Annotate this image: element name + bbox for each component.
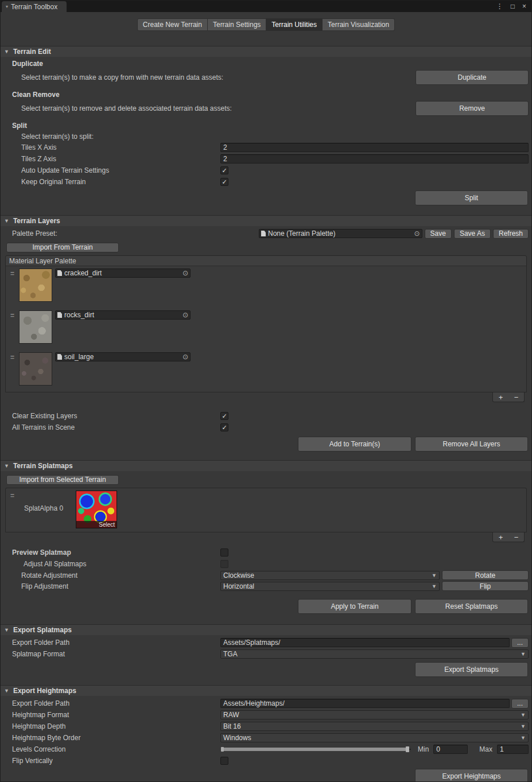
layer-objectfield[interactable]: cracked_dirt ⊙: [55, 269, 191, 278]
foldout-icon[interactable]: ▼: [4, 49, 9, 55]
foldout-icon[interactable]: ▼: [4, 463, 9, 469]
heightmap-byte-order-dropdown[interactable]: Windows ▼: [220, 733, 529, 742]
flip-adjustment-dropdown[interactable]: Horizontal ▼: [220, 582, 440, 591]
asset-icon: [57, 270, 62, 276]
layer-objectfield[interactable]: soil_large ⊙: [55, 352, 191, 361]
preview-splatmap-checkbox[interactable]: [220, 548, 228, 557]
splat-row[interactable]: = SplatAlpha 0 Select: [6, 488, 526, 532]
drag-handle[interactable]: =: [10, 353, 14, 361]
layer-thumbnail[interactable]: [19, 269, 52, 302]
duplicate-description: Select terrain(s) to make a copy from wi…: [21, 73, 415, 81]
split-button[interactable]: Split: [415, 190, 528, 205]
splatmap-select-button[interactable]: Select: [76, 521, 117, 528]
layer-objectfield[interactable]: rocks_dirt ⊙: [55, 310, 191, 320]
window-close-icon[interactable]: ×: [522, 2, 526, 10]
duplicate-subtitle: Duplicate: [12, 60, 43, 68]
heightmap-depth-dropdown[interactable]: Bit 16 ▼: [220, 722, 529, 731]
tiles-z-input[interactable]: 2: [220, 154, 529, 164]
tab-terrain-visualization[interactable]: Terrain Visualization: [323, 18, 395, 31]
tiles-z-label: Tiles Z Axis: [12, 155, 220, 163]
export-heightmaps-button[interactable]: Export Heightmaps: [415, 769, 528, 782]
auto-update-checkbox[interactable]: ✓: [220, 166, 228, 174]
object-picker-icon[interactable]: ⊙: [182, 353, 188, 360]
save-as-button[interactable]: Save As: [454, 229, 491, 239]
layer-thumbnail[interactable]: [19, 352, 52, 386]
levels-correction-slider[interactable]: [220, 745, 412, 754]
material-layer-palette-header: Material Layer Palette: [6, 256, 526, 266]
remove-splatmap-button[interactable]: −: [514, 534, 519, 541]
flip-vertically-label: Flip Vertically: [12, 757, 220, 765]
remove-button[interactable]: Remove: [415, 101, 529, 116]
add-layer-button[interactable]: +: [499, 394, 503, 401]
split-subtitle: Split: [12, 122, 27, 130]
heightmap-format-value: RAW: [223, 711, 239, 719]
keep-original-checkbox[interactable]: ✓: [220, 178, 228, 186]
export-splatmaps-button[interactable]: Export Splatmaps: [415, 662, 528, 677]
drag-handle[interactable]: =: [10, 492, 14, 500]
heightmap-depth-value: Bit 16: [223, 722, 241, 730]
tab-terrain-settings[interactable]: Terrain Settings: [208, 18, 266, 31]
palette-preset-objectfield[interactable]: None (Terrain Palette) ⊙: [259, 229, 422, 238]
drag-handle[interactable]: =: [10, 270, 14, 278]
section-title: Export Splatmaps: [13, 626, 72, 634]
heightmap-format-dropdown[interactable]: RAW ▼: [220, 710, 529, 719]
reset-splatmaps-button[interactable]: Reset Splatmaps: [415, 599, 528, 614]
window-maximize-icon[interactable]: □: [511, 2, 515, 10]
drag-handle[interactable]: =: [10, 312, 14, 320]
apply-to-terrain-button[interactable]: Apply to Terrain: [298, 599, 411, 614]
splatmap-list: = SplatAlpha 0 Select: [5, 488, 527, 532]
tiles-x-input[interactable]: 2: [220, 143, 529, 152]
duplicate-button[interactable]: Duplicate: [415, 70, 529, 85]
tab-terrain-utilities[interactable]: Terrain Utilities: [266, 18, 323, 31]
section-title: Terrain Splatmaps: [13, 462, 73, 470]
section-title: Export Heightmaps: [13, 687, 76, 695]
foldout-icon[interactable]: ▼: [4, 627, 9, 633]
splatmap-format-dropdown[interactable]: TGA ▼: [220, 649, 529, 659]
layer-row[interactable]: = rocks_dirt ⊙: [6, 308, 526, 350]
import-from-selected-terrain-button[interactable]: Import from Selected Terrain: [6, 475, 119, 485]
object-picker-icon[interactable]: ⊙: [182, 270, 188, 277]
rotate-button[interactable]: Rotate: [442, 570, 529, 580]
object-picker-icon[interactable]: ⊙: [414, 230, 420, 237]
layer-thumbnail[interactable]: [19, 310, 52, 344]
adjust-all-splatmaps-checkbox[interactable]: [220, 560, 228, 568]
rotate-adjustment-dropdown[interactable]: Clockwise ▼: [220, 571, 440, 580]
split-description: Select terrain(s) to split:: [21, 133, 94, 141]
foldout-icon[interactable]: ▼: [4, 218, 9, 224]
window-menu-icon[interactable]: ⋮: [496, 2, 503, 10]
clean-remove-subtitle: Clean Remove: [12, 91, 60, 99]
terrain-edit-header[interactable]: ▼ Terrain Edit: [1, 46, 531, 57]
import-from-terrain-button[interactable]: Import From Terrain: [6, 243, 119, 252]
splatmap-folder-input[interactable]: Assets/Splatmaps/: [220, 638, 510, 647]
tab-create-new-terrain[interactable]: Create New Terrain: [137, 18, 208, 31]
browse-button[interactable]: ...: [511, 699, 529, 709]
window-title: Terrain Toolbox: [11, 3, 57, 11]
max-input[interactable]: 1: [497, 745, 529, 754]
export-heightmaps-header[interactable]: ▼ Export Heightmaps: [1, 685, 531, 696]
save-button[interactable]: Save: [425, 229, 452, 239]
add-to-terrain-button[interactable]: Add to Terrain(s): [298, 437, 411, 452]
refresh-button[interactable]: Refresh: [493, 229, 529, 239]
remove-layer-button[interactable]: −: [514, 394, 519, 401]
flip-vertically-checkbox[interactable]: [220, 757, 228, 765]
all-terrains-checkbox[interactable]: ✓: [220, 423, 228, 431]
browse-button[interactable]: ...: [511, 638, 529, 648]
layer-row[interactable]: = soil_large ⊙: [6, 350, 526, 392]
min-label: Min: [418, 745, 429, 753]
terrain-layers-header[interactable]: ▼ Terrain Layers: [1, 215, 531, 226]
heightmap-depth-label: Heightmap Depth: [12, 722, 220, 730]
foldout-icon[interactable]: ▼: [4, 688, 9, 694]
flip-button[interactable]: Flip: [442, 581, 529, 591]
export-splatmaps-header[interactable]: ▼ Export Splatmaps: [1, 624, 531, 635]
asset-icon: [57, 312, 62, 318]
add-splatmap-button[interactable]: +: [499, 534, 503, 541]
window-tab[interactable]: ▾ Terrain Toolbox: [2, 1, 67, 12]
min-input[interactable]: 0: [433, 745, 468, 754]
terrain-splatmaps-header[interactable]: ▼ Terrain Splatmaps: [1, 460, 531, 471]
remove-all-layers-button[interactable]: Remove All Layers: [415, 437, 528, 452]
object-picker-icon[interactable]: ⊙: [182, 312, 188, 318]
layer-row[interactable]: = cracked_dirt ⊙: [6, 266, 526, 308]
clear-existing-checkbox[interactable]: ✓: [220, 412, 228, 420]
splatmap-thumbnail[interactable]: Select: [76, 491, 117, 528]
heightmap-folder-input[interactable]: Assets/Heightmaps/: [220, 699, 510, 708]
